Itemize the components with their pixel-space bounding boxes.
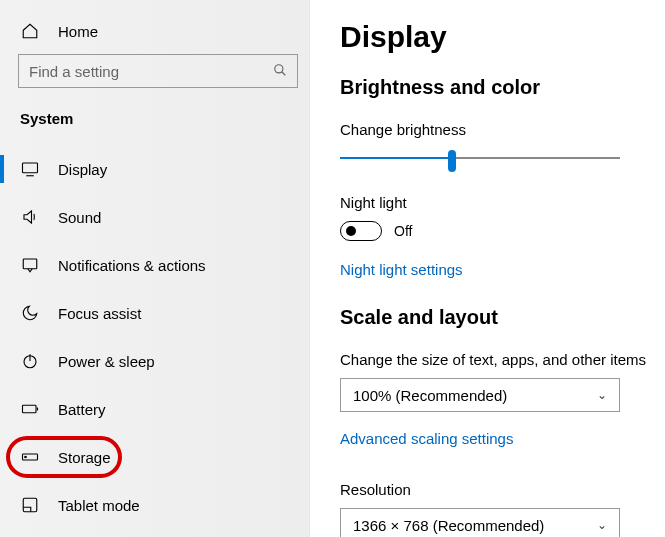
slider-thumb[interactable]	[448, 150, 456, 172]
sound-icon	[20, 208, 40, 226]
tablet-icon	[20, 496, 40, 514]
sidebar-item-power-sleep[interactable]: Power & sleep	[18, 337, 309, 385]
sidebar-nav-list: DisplaySoundNotifications & actionsFocus…	[18, 145, 309, 529]
search-input[interactable]	[29, 63, 273, 80]
home-label: Home	[58, 23, 98, 40]
svg-rect-11	[23, 498, 37, 512]
sidebar-item-focus-assist[interactable]: Focus assist	[18, 289, 309, 337]
section-scale-heading: Scale and layout	[340, 306, 665, 329]
svg-rect-2	[23, 163, 38, 173]
scale-value: 100% (Recommended)	[353, 387, 507, 404]
resolution-dropdown[interactable]: 1366 × 768 (Recommended) ⌄	[340, 508, 620, 537]
svg-rect-4	[23, 259, 37, 269]
resolution-label: Resolution	[340, 481, 665, 498]
sidebar-item-label: Display	[58, 161, 107, 178]
brightness-label: Change brightness	[340, 121, 665, 138]
svg-line-1	[282, 71, 286, 75]
resolution-value: 1366 × 768 (Recommended)	[353, 517, 544, 534]
scale-label: Change the size of text, apps, and other…	[340, 351, 665, 368]
night-light-toggle[interactable]	[340, 221, 382, 241]
svg-rect-7	[23, 405, 37, 413]
sidebar-item-label: Battery	[58, 401, 106, 418]
scale-dropdown[interactable]: 100% (Recommended) ⌄	[340, 378, 620, 412]
sidebar-item-label: Storage	[58, 449, 111, 466]
sidebar-item-battery[interactable]: Battery	[18, 385, 309, 433]
storage-icon	[20, 448, 40, 466]
sidebar-item-label: Power & sleep	[58, 353, 155, 370]
chevron-down-icon: ⌄	[597, 388, 607, 402]
power-icon	[20, 352, 40, 370]
notifications-icon	[20, 256, 40, 274]
sidebar-item-storage[interactable]: Storage	[18, 433, 309, 481]
chevron-down-icon: ⌄	[597, 518, 607, 532]
sidebar-item-sound[interactable]: Sound	[18, 193, 309, 241]
sidebar-item-label: Sound	[58, 209, 101, 226]
sidebar-item-notifications-actions[interactable]: Notifications & actions	[18, 241, 309, 289]
section-brightness-heading: Brightness and color	[340, 76, 665, 99]
main-content: Display Brightness and color Change brig…	[310, 0, 665, 537]
sidebar-section-title: System	[18, 110, 309, 145]
svg-point-10	[25, 456, 27, 458]
monitor-icon	[20, 160, 40, 178]
page-title: Display	[340, 20, 665, 54]
svg-point-0	[275, 64, 283, 72]
search-input-wrapper[interactable]	[18, 54, 298, 88]
slider-fill	[340, 157, 452, 159]
sidebar-item-display[interactable]: Display	[18, 145, 309, 193]
brightness-slider[interactable]	[340, 148, 620, 168]
night-light-settings-link[interactable]: Night light settings	[340, 261, 463, 278]
toggle-knob	[346, 226, 356, 236]
sidebar-item-label: Tablet mode	[58, 497, 140, 514]
advanced-scaling-link[interactable]: Advanced scaling settings	[340, 430, 513, 447]
moon-icon	[20, 304, 40, 322]
home-icon	[20, 22, 40, 40]
night-light-label: Night light	[340, 194, 665, 211]
battery-icon	[20, 400, 40, 418]
home-link[interactable]: Home	[18, 18, 309, 54]
sidebar-item-label: Notifications & actions	[58, 257, 206, 274]
night-light-state: Off	[394, 223, 412, 239]
sidebar-item-label: Focus assist	[58, 305, 141, 322]
search-icon	[273, 63, 287, 80]
sidebar-item-tablet-mode[interactable]: Tablet mode	[18, 481, 309, 529]
settings-sidebar: Home System DisplaySoundNotifications & …	[0, 0, 310, 537]
